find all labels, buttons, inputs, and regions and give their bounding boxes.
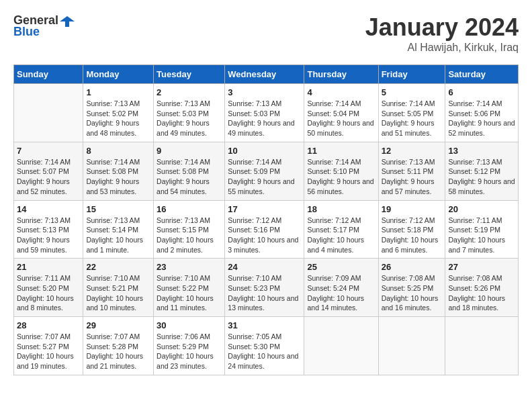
week-row-4: 21Sunrise: 7:11 AMSunset: 5:20 PMDayligh… (14, 259, 519, 317)
calendar-header: SundayMondayTuesdayWednesdayThursdayFrid… (14, 65, 519, 84)
header-day-monday: Monday (83, 65, 154, 84)
day-info: Sunrise: 7:14 AMSunset: 5:04 PMDaylight:… (307, 99, 375, 138)
day-info: Sunrise: 7:09 AMSunset: 5:24 PMDaylight:… (307, 273, 375, 313)
calendar-cell: 8Sunrise: 7:14 AMSunset: 5:08 PMDaylight… (83, 142, 154, 200)
calendar-cell: 30Sunrise: 7:06 AMSunset: 5:29 PMDayligh… (154, 317, 225, 375)
svg-marker-0 (60, 16, 75, 27)
calendar-cell: 26Sunrise: 7:08 AMSunset: 5:25 PMDayligh… (378, 259, 445, 317)
day-number: 9 (157, 146, 222, 156)
week-row-1: 1Sunrise: 7:13 AMSunset: 5:02 PMDaylight… (14, 84, 519, 142)
calendar-cell: 5Sunrise: 7:14 AMSunset: 5:05 PMDaylight… (378, 84, 445, 142)
day-number: 14 (17, 204, 80, 214)
day-number: 17 (228, 204, 301, 214)
day-number: 30 (157, 320, 222, 330)
day-info: Sunrise: 7:13 AMSunset: 5:13 PMDaylight:… (17, 216, 80, 255)
calendar-cell: 14Sunrise: 7:13 AMSunset: 5:13 PMDayligh… (14, 200, 83, 259)
day-info: Sunrise: 7:14 AMSunset: 5:06 PMDaylight:… (448, 99, 515, 138)
calendar-cell: 28Sunrise: 7:07 AMSunset: 5:27 PMDayligh… (14, 317, 83, 375)
day-info: Sunrise: 7:08 AMSunset: 5:25 PMDaylight:… (382, 273, 443, 313)
calendar-cell: 31Sunrise: 7:05 AMSunset: 5:30 PMDayligh… (225, 317, 304, 375)
calendar-cell: 2Sunrise: 7:13 AMSunset: 5:03 PMDaylight… (154, 84, 225, 142)
header-day-saturday: Saturday (445, 65, 519, 84)
day-number: 3 (228, 87, 301, 97)
day-number: 18 (307, 204, 375, 214)
day-info: Sunrise: 7:13 AMSunset: 5:12 PMDaylight:… (448, 157, 515, 197)
day-number: 24 (228, 262, 301, 272)
day-info: Sunrise: 7:12 AMSunset: 5:18 PMDaylight:… (382, 216, 443, 255)
calendar-cell: 4Sunrise: 7:14 AMSunset: 5:04 PMDaylight… (304, 84, 378, 142)
day-number: 25 (307, 262, 375, 272)
day-info: Sunrise: 7:10 AMSunset: 5:23 PMDaylight:… (228, 273, 301, 313)
day-number: 7 (17, 146, 80, 156)
day-number: 29 (86, 320, 150, 330)
day-number: 15 (86, 204, 150, 214)
day-info: Sunrise: 7:14 AMSunset: 5:05 PMDaylight:… (382, 99, 443, 138)
calendar-cell: 6Sunrise: 7:14 AMSunset: 5:06 PMDaylight… (445, 84, 519, 142)
day-number: 22 (86, 262, 150, 272)
day-number: 10 (228, 146, 301, 156)
week-row-2: 7Sunrise: 7:14 AMSunset: 5:07 PMDaylight… (14, 142, 519, 200)
calendar-cell (304, 317, 378, 375)
day-info: Sunrise: 7:12 AMSunset: 5:16 PMDaylight:… (228, 216, 301, 255)
day-info: Sunrise: 7:07 AMSunset: 5:27 PMDaylight:… (17, 332, 80, 371)
day-number: 26 (382, 262, 443, 272)
day-number: 31 (228, 320, 301, 330)
day-info: Sunrise: 7:13 AMSunset: 5:03 PMDaylight:… (157, 99, 222, 138)
calendar-cell: 21Sunrise: 7:11 AMSunset: 5:20 PMDayligh… (14, 259, 83, 317)
logo-text-blue: Blue (13, 25, 40, 39)
day-number: 19 (382, 204, 443, 214)
logo: General Blue (13, 13, 75, 39)
header-day-thursday: Thursday (304, 65, 378, 84)
calendar-cell: 3Sunrise: 7:13 AMSunset: 5:03 PMDaylight… (225, 84, 304, 142)
calendar-cell: 25Sunrise: 7:09 AMSunset: 5:24 PMDayligh… (304, 259, 378, 317)
day-info: Sunrise: 7:08 AMSunset: 5:26 PMDaylight:… (448, 273, 515, 313)
calendar-cell: 27Sunrise: 7:08 AMSunset: 5:26 PMDayligh… (445, 259, 519, 317)
day-info: Sunrise: 7:12 AMSunset: 5:17 PMDaylight:… (307, 216, 375, 255)
calendar-cell: 1Sunrise: 7:13 AMSunset: 5:02 PMDaylight… (83, 84, 154, 142)
page-header: General Blue January 2024 Al Hawijah, Ki… (13, 13, 519, 54)
day-number: 16 (157, 204, 222, 214)
calendar-cell: 7Sunrise: 7:14 AMSunset: 5:07 PMDaylight… (14, 142, 83, 200)
day-number: 28 (17, 320, 80, 330)
day-info: Sunrise: 7:14 AMSunset: 5:09 PMDaylight:… (228, 157, 301, 197)
logo-bird-icon (60, 15, 75, 27)
calendar-cell (445, 317, 519, 375)
day-info: Sunrise: 7:14 AMSunset: 5:10 PMDaylight:… (307, 157, 375, 197)
calendar-cell: 17Sunrise: 7:12 AMSunset: 5:16 PMDayligh… (225, 200, 304, 259)
day-number: 6 (448, 87, 515, 97)
calendar-cell: 23Sunrise: 7:10 AMSunset: 5:22 PMDayligh… (154, 259, 225, 317)
day-info: Sunrise: 7:13 AMSunset: 5:14 PMDaylight:… (86, 216, 150, 255)
day-number: 13 (448, 146, 515, 156)
calendar-cell: 11Sunrise: 7:14 AMSunset: 5:10 PMDayligh… (304, 142, 378, 200)
calendar-cell: 22Sunrise: 7:10 AMSunset: 5:21 PMDayligh… (83, 259, 154, 317)
day-number: 1 (86, 87, 150, 97)
day-info: Sunrise: 7:14 AMSunset: 5:08 PMDaylight:… (86, 157, 150, 197)
calendar-cell (378, 317, 445, 375)
week-row-5: 28Sunrise: 7:07 AMSunset: 5:27 PMDayligh… (14, 317, 519, 375)
day-number: 8 (86, 146, 150, 156)
calendar-cell: 12Sunrise: 7:13 AMSunset: 5:11 PMDayligh… (378, 142, 445, 200)
day-number: 12 (382, 146, 443, 156)
day-number: 5 (382, 87, 443, 97)
header-day-tuesday: Tuesday (154, 65, 225, 84)
month-title: January 2024 (365, 13, 519, 42)
title-block: January 2024 Al Hawijah, Kirkuk, Iraq (365, 13, 519, 54)
calendar-table: SundayMondayTuesdayWednesdayThursdayFrid… (13, 64, 519, 375)
day-info: Sunrise: 7:14 AMSunset: 5:07 PMDaylight:… (17, 157, 80, 197)
day-number: 2 (157, 87, 222, 97)
day-info: Sunrise: 7:11 AMSunset: 5:19 PMDaylight:… (448, 216, 515, 255)
calendar-body: 1Sunrise: 7:13 AMSunset: 5:02 PMDaylight… (14, 84, 519, 375)
calendar-cell: 19Sunrise: 7:12 AMSunset: 5:18 PMDayligh… (378, 200, 445, 259)
location-title: Al Hawijah, Kirkuk, Iraq (365, 42, 519, 54)
calendar-cell: 9Sunrise: 7:14 AMSunset: 5:08 PMDaylight… (154, 142, 225, 200)
day-info: Sunrise: 7:13 AMSunset: 5:03 PMDaylight:… (228, 99, 301, 138)
day-info: Sunrise: 7:10 AMSunset: 5:22 PMDaylight:… (157, 273, 222, 313)
day-number: 21 (17, 262, 80, 272)
calendar-cell: 16Sunrise: 7:13 AMSunset: 5:15 PMDayligh… (154, 200, 225, 259)
header-row: SundayMondayTuesdayWednesdayThursdayFrid… (14, 65, 519, 84)
day-info: Sunrise: 7:11 AMSunset: 5:20 PMDaylight:… (17, 273, 80, 313)
header-day-friday: Friday (378, 65, 445, 84)
day-info: Sunrise: 7:10 AMSunset: 5:21 PMDaylight:… (86, 273, 150, 313)
week-row-3: 14Sunrise: 7:13 AMSunset: 5:13 PMDayligh… (14, 200, 519, 259)
calendar-cell: 15Sunrise: 7:13 AMSunset: 5:14 PMDayligh… (83, 200, 154, 259)
